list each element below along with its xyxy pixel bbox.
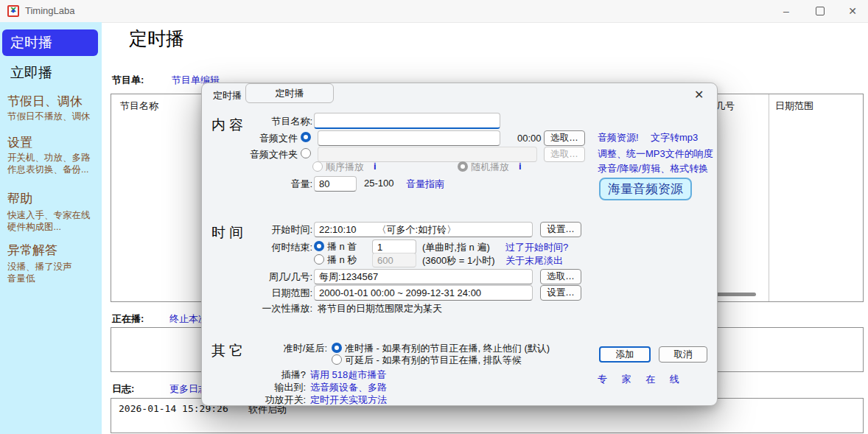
start-time-hint: 〈可多个:如打铃〉 (377, 223, 457, 237)
past-start-time-link[interactable]: 过了开始时间? (505, 241, 568, 254)
play-n-songs-radio[interactable] (314, 241, 324, 251)
pick-file-button[interactable]: 选取… (544, 130, 585, 146)
now-playing-label: 正在播: (112, 312, 144, 326)
set-start-time-button[interactable]: 设置… (540, 222, 581, 237)
minimize-button[interactable]: – (771, 0, 802, 22)
close-button[interactable]: ✕ (837, 0, 868, 22)
songs-count-input[interactable] (372, 239, 416, 254)
sidebar-sub-troubleshoot-2: 音量低 (7, 273, 35, 285)
cancel-button[interactable]: 取消 (659, 346, 707, 363)
table-column-divider (769, 94, 769, 301)
set-date-range-button[interactable]: 设置… (540, 285, 581, 301)
sidebar: 定时播 立即播 节假日、调休 节假日不播放、调休 设置 开关机、功放、多路 作息… (0, 22, 102, 434)
date-range-input[interactable] (314, 285, 533, 301)
log-label: 日志: (112, 382, 134, 396)
sequential-play-label: 顺序播放 (326, 161, 364, 174)
start-time-value: 22:10:10 (319, 224, 357, 235)
output-link[interactable]: 选音频设备、多路 (310, 381, 387, 394)
sidebar-sub-settings-1: 开关机、功放、多路 (7, 152, 91, 164)
sidebar-item-timed-play[interactable]: 定时播 (2, 29, 98, 56)
one-time-label: 一次性播放: (202, 302, 312, 315)
program-name-label: 节目名称: (202, 115, 312, 128)
weekday-input[interactable] (314, 269, 533, 284)
delay-radio[interactable] (332, 354, 342, 365)
audio-folder-radio[interactable] (301, 148, 311, 158)
add-button[interactable]: 添加 (599, 346, 651, 363)
weekday-label: 周几/几号: (202, 270, 312, 284)
volume-range-hint: 25-100 (364, 178, 393, 189)
play-n-seconds-label: 播 n 秒 (327, 253, 357, 267)
dialog-close-icon[interactable]: ✕ (694, 88, 704, 102)
start-time-input[interactable]: 22:10:10 〈可多个:如打铃〉 (314, 222, 533, 237)
start-time-label: 开始时间: (202, 223, 312, 237)
sidebar-sub-help-2: 硬件构成图... (7, 221, 61, 234)
maximize-icon (816, 7, 825, 15)
mode-label: 准时/延后: (202, 342, 327, 355)
amplifier-link[interactable]: 定时开关实现方法 (310, 393, 387, 407)
audio-folder-label: 音频文件夹 (202, 148, 298, 161)
insert-label: 插播? (202, 368, 306, 382)
sidebar-item-settings[interactable]: 设置 (7, 134, 32, 151)
output-label: 输出到: (202, 381, 306, 394)
sidebar-sub-settings-2: 作息表切换、备份... (7, 164, 88, 176)
sidebar-item-holidays[interactable]: 节假日、调休 (7, 93, 83, 110)
playlist-label: 节目单: (112, 74, 144, 87)
sidebar-sub-holidays: 节假日不播放、调休 (7, 111, 91, 123)
audio-file-radio[interactable] (301, 132, 311, 142)
timed-play-dialog: 定时播 ✕ 内容 节目名称: 音频文件 00:00 选取… 音频文件夹 选取… … (201, 83, 718, 406)
sidebar-sub-help-1: 快速入手、专家在线 (7, 209, 91, 222)
maximize-button[interactable] (805, 0, 836, 22)
table-header-day[interactable]: 几号 (715, 99, 735, 113)
delay-text: 可延后 - 如果有别的节目正在播, 排队等候 (345, 354, 522, 367)
sidebar-item-help[interactable]: 帮助 (7, 190, 32, 207)
table-header-name[interactable]: 节目名称 (120, 99, 158, 113)
page-title: 定时播 (129, 27, 184, 51)
volume-input[interactable] (314, 176, 357, 192)
pick-folder-button: 选取… (544, 147, 585, 162)
volume-guide-link[interactable]: 音量指南 (406, 178, 444, 191)
volume-label: 音量: (202, 178, 312, 191)
sidebar-sub-troubleshoot-1: 没播、播了没声 (7, 261, 72, 273)
seconds-count-input (372, 253, 416, 267)
record-edit-link[interactable]: 录音/降噪/剪辑、格式转换 (598, 162, 708, 175)
window-titlebar: ✕ TimingLaba – ✕ (0, 0, 868, 23)
pick-weekday-button[interactable]: 选取… (540, 269, 581, 284)
play-n-seconds-radio[interactable] (314, 254, 324, 265)
audio-file-label: 音频文件 (202, 132, 298, 145)
sequential-info-link[interactable]: i (374, 161, 377, 172)
sidebar-item-instant-play[interactable]: 立即播 (10, 63, 52, 83)
expert-online-link[interactable]: 专 家 在 线 (598, 373, 685, 386)
random-info-link[interactable]: i (519, 161, 522, 172)
duration-value: 00:00 (517, 133, 542, 144)
tooltip: 定时播 (245, 83, 334, 103)
text-to-mp3-link[interactable]: 文字转mp3 (651, 131, 698, 144)
program-name-input[interactable] (314, 113, 500, 129)
audio-resource-link[interactable]: 音频资源! (598, 131, 639, 144)
date-range-label: 日期范围: (202, 287, 312, 300)
dialog-title: 定时播 (213, 89, 242, 102)
seconds-note: (3600秒 = 1小时) (422, 254, 495, 267)
punctual-radio[interactable] (332, 343, 342, 353)
window-title: TimingLaba (25, 5, 74, 16)
sidebar-item-troubleshoot[interactable]: 异常解答 (7, 242, 57, 259)
sequential-play-radio (312, 161, 323, 172)
end-when-label: 何时结束: (202, 241, 312, 254)
mass-audio-resource-button[interactable]: 海量音频资源 (599, 178, 692, 200)
loudness-link[interactable]: 调整、统一MP3文件的响度 (598, 147, 713, 161)
one-time-text[interactable]: 将节目的日期范围限定为某天 (318, 302, 442, 315)
amplifier-label: 功放开关: (202, 393, 306, 407)
fade-out-link[interactable]: 关于末尾淡出 (505, 254, 563, 267)
random-play-label: 随机播放 (471, 161, 509, 174)
random-play-radio (458, 161, 468, 172)
insert-link[interactable]: 请用 518超市播音 (310, 368, 386, 382)
app-icon: ✕ (7, 5, 19, 17)
table-header-date-range[interactable]: 日期范围 (775, 99, 813, 113)
play-n-songs-label: 播 n 首 (327, 240, 357, 253)
tooltip-text: 定时播 (276, 87, 304, 100)
audio-folder-input (318, 147, 537, 162)
audio-file-input[interactable] (318, 130, 500, 146)
songs-note: (单曲时,指 n 遍) (422, 241, 490, 254)
